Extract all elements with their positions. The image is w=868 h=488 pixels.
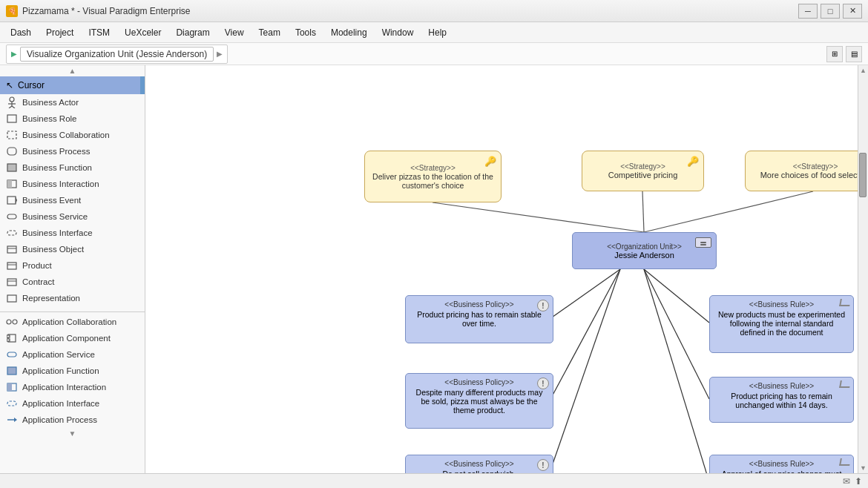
scroll-up-btn[interactable]: ▲: [858, 65, 868, 76]
sidebar-item-business-event[interactable]: Business Event: [0, 192, 145, 208]
menu-help[interactable]: Help: [421, 24, 454, 41]
sidebar-item-business-process[interactable]: Business Process: [0, 143, 145, 159]
app-process-icon: [6, 415, 18, 425]
sidebar-label-app-interface: Application Interface: [22, 399, 99, 408]
left-panel: ▲ ↖ Cursor Business Actor Business Role …: [0, 65, 145, 473]
sidebar-item-app-component[interactable]: Application Component: [0, 330, 145, 346]
sidebar-item-business-object[interactable]: Business Object: [0, 241, 145, 257]
menu-team[interactable]: Team: [251, 24, 288, 41]
sidebar-item-app-interface[interactable]: Application Interface: [0, 395, 145, 412]
scroll-track: [858, 76, 868, 463]
strategy-label-3: More choices of food selection: [760, 171, 858, 179]
minimize-button[interactable]: ─: [798, 4, 818, 19]
canvas-area[interactable]: 🔑 <<Strategy>> Deliver pizzas to the loc…: [145, 65, 858, 473]
menu-tools[interactable]: Tools: [288, 24, 323, 41]
menu-project[interactable]: Project: [39, 24, 81, 41]
sidebar-item-business-function[interactable]: Business Function: [0, 159, 145, 176]
strategy-box-2[interactable]: 🔑 <<Strategy>> Competitive pricing: [582, 151, 704, 191]
svg-rect-17: [7, 263, 16, 269]
share-icon[interactable]: ⬆: [855, 476, 862, 487]
strategy-box-1[interactable]: 🔑 <<Strategy>> Deliver pizzas to the loc…: [364, 151, 502, 202]
panel-scroll-up[interactable]: ▲: [0, 65, 145, 76]
sidebar-label-app-component: Application Component: [22, 334, 111, 343]
rule-label-2: Product pricing has to remain unchanged …: [717, 392, 846, 409]
sidebar-item-business-service[interactable]: Business Service: [0, 208, 145, 225]
cursor-item[interactable]: ↖ Cursor: [0, 76, 145, 94]
sidebar-item-app-interaction[interactable]: Application Interaction: [0, 379, 145, 395]
sidebar-item-app-function[interactable]: Application Function: [0, 363, 145, 379]
sidebar-label-business-service: Business Service: [22, 212, 88, 221]
email-icon[interactable]: ✉: [843, 476, 850, 487]
sidebar-item-business-interface[interactable]: Business Interface: [0, 225, 145, 241]
sidebar-label-business-interaction: Business Interaction: [22, 179, 99, 188]
strategy-label-2: Competitive pricing: [608, 171, 678, 179]
menu-itsm[interactable]: ITSM: [81, 24, 117, 41]
titlebar-controls[interactable]: ─ □ ✕: [798, 4, 862, 19]
rule-corner-3: [839, 458, 851, 466]
grid-view-icon[interactable]: ⊞: [826, 46, 843, 62]
sidebar-item-product[interactable]: Product: [0, 257, 145, 274]
svg-rect-8: [7, 164, 16, 171]
app-function-icon: [6, 366, 18, 376]
sidebar-item-app-collaboration[interactable]: Application Collaboration: [0, 314, 145, 330]
panel-scroll-down[interactable]: ▼: [0, 428, 145, 439]
sidebar-label-app-collaboration: Application Collaboration: [22, 317, 116, 326]
rule-box-2[interactable]: <<Business Rule>> Product pricing has to…: [709, 377, 854, 423]
sidebar-label-business-actor: Business Actor: [22, 98, 79, 107]
rule-label-3: Approval of any price change must be doc…: [717, 469, 846, 473]
menu-diagram[interactable]: Diagram: [168, 24, 217, 41]
menu-dash[interactable]: Dash: [3, 24, 39, 41]
sidebar-label-contract: Contract: [22, 277, 54, 286]
menu-modeling[interactable]: Modeling: [323, 24, 375, 41]
sidebar-item-app-service[interactable]: Application Service: [0, 346, 145, 363]
app-icon: 🍕: [6, 5, 18, 17]
org-unit-box[interactable]: <<Organization Unit>> Jessie Anderson: [572, 232, 717, 269]
svg-line-4: [12, 106, 15, 108]
policy-label-3: Do not sell sandwich.: [413, 469, 545, 473]
policy-stereotype-3: <<Business Policy>>: [413, 460, 545, 468]
svg-line-39: [550, 269, 620, 472]
menu-uexceler[interactable]: UeXceler: [117, 24, 168, 41]
business-event-icon: [6, 195, 18, 205]
window-title: Pizzamama * - Visual Paradigm Enterprise: [22, 6, 191, 16]
strategy-label-1: Deliver pizzas to the location of the cu…: [372, 172, 493, 190]
close-button[interactable]: ✕: [843, 4, 862, 19]
maximize-button[interactable]: □: [821, 4, 840, 19]
breadcrumb-icons: ⊞ ▤: [826, 46, 862, 62]
scroll-thumb[interactable]: [859, 153, 867, 197]
policy-icon-1: !: [537, 300, 549, 311]
app-interaction-icon: [6, 382, 18, 392]
sidebar-label-business-object: Business Object: [22, 245, 84, 254]
sidebar-label-app-service: Application Service: [22, 350, 95, 359]
sidebar-item-app-process[interactable]: Application Process: [0, 412, 145, 428]
sidebar-label-app-process: Application Process: [22, 415, 97, 424]
menu-view[interactable]: View: [217, 24, 251, 41]
policy-label-1: Product pricing has to remain stable ove…: [413, 310, 545, 328]
titlebar: 🍕 Pizzamama * - Visual Paradigm Enterpri…: [0, 0, 868, 22]
svg-marker-12: [16, 197, 17, 204]
sidebar-item-business-collaboration[interactable]: Business Collaboration: [0, 127, 145, 143]
sidebar-item-contract[interactable]: Contract: [0, 274, 145, 290]
sidebar-item-representation[interactable]: Representation: [0, 290, 145, 306]
org-unit-icon: [695, 237, 711, 248]
panel-view-icon[interactable]: ▤: [846, 46, 862, 62]
right-scrollbar[interactable]: ▲ ▼: [858, 65, 868, 473]
app-interface-icon: [6, 398, 18, 409]
svg-rect-30: [7, 383, 12, 391]
rule-box-3[interactable]: <<Business Rule>> Approval of any price …: [709, 455, 854, 473]
rule-box-1[interactable]: <<Business Rule>> New products must be e…: [709, 295, 854, 353]
policy-label-2: Despite many different products may be s…: [413, 388, 545, 415]
sidebar-item-business-role[interactable]: Business Role: [0, 111, 145, 127]
scroll-down-btn[interactable]: ▼: [858, 463, 868, 473]
policy-box-3[interactable]: ! <<Business Policy>> Do not sell sandwi…: [405, 455, 553, 473]
policy-box-1[interactable]: ! <<Business Policy>> Product pricing ha…: [405, 295, 553, 343]
policy-box-2[interactable]: ! <<Business Policy>> Despite many diffe…: [405, 373, 553, 429]
svg-rect-21: [7, 295, 16, 302]
sidebar-item-business-interaction[interactable]: Business Interaction: [0, 176, 145, 192]
strategy-box-3[interactable]: 🔑 <<Strategy>> More choices of food sele…: [745, 151, 858, 191]
breadcrumb-bar: ▶ Visualize Organization Unit (Jessie An…: [0, 43, 868, 65]
menu-window[interactable]: Window: [375, 24, 421, 41]
svg-rect-10: [7, 180, 12, 188]
sidebar-item-business-actor[interactable]: Business Actor: [0, 94, 145, 111]
svg-line-35: [642, 191, 644, 232]
